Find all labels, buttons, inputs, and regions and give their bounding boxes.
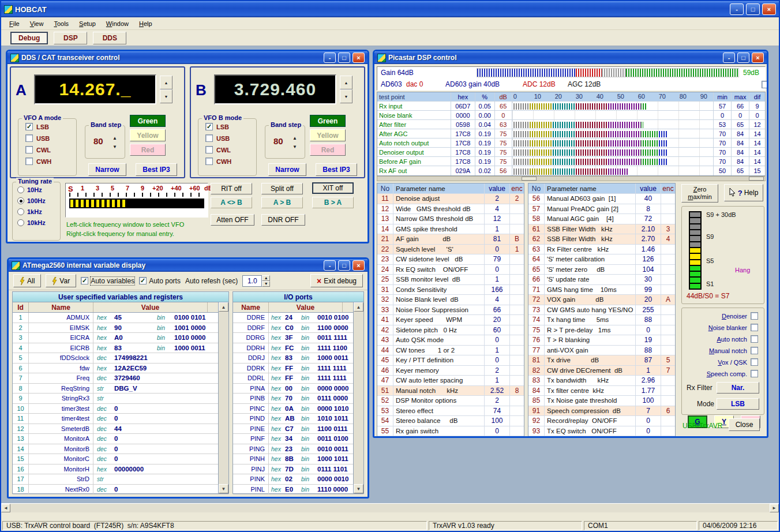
parameter-row[interactable]: 41Keyer speed WPM20 [377, 315, 524, 325]
down-arrow-icon[interactable]: ▼ [340, 89, 352, 103]
tuning-rate-1khz[interactable]: 1kHz [17, 208, 60, 215]
variables-scrollbar[interactable]: ▲ ▼ [218, 302, 228, 493]
red-button[interactable]: Red [130, 144, 166, 156]
ports-scrollbar[interactable]: ▲ ▼ [353, 302, 363, 493]
lsb-checkbox[interactable]: ✓ [205, 123, 213, 130]
scroll-up-icon[interactable]: ▲ [219, 302, 228, 312]
parameter-row[interactable]: 92Record/replay ON/OFF0 [528, 416, 675, 426]
menu-item-help[interactable]: Help [134, 19, 157, 28]
green-button[interactable]: Green [310, 115, 346, 127]
close-icon[interactable]: × [752, 53, 764, 63]
up-arrow-icon[interactable]: ▲ [111, 134, 119, 143]
green-button[interactable]: Green [130, 115, 166, 127]
mode-option-lsb[interactable]: ✓LSB [25, 123, 76, 130]
parameter-row[interactable]: 84Tx filter centre kHz1.77 [528, 386, 675, 396]
usb-checkbox[interactable] [205, 134, 213, 142]
parameter-row[interactable]: 54Stereo balance dB100 [377, 416, 524, 426]
parameter-row[interactable]: 62SSB Filter Width kHz2.704 [528, 234, 675, 245]
parameter-row[interactable]: 51Manual notch kHz2.528 [377, 386, 524, 396]
best-ip3-button-a[interactable]: Best IP3 [136, 163, 177, 176]
maximize-icon[interactable]: □ [746, 3, 760, 15]
refresh-interval-stepper[interactable]: 1.0 ▲ ▼ [242, 275, 270, 287]
close-icon[interactable]: × [762, 3, 776, 15]
narrow-button-a[interactable]: Narrow [88, 163, 126, 176]
option-checkbox[interactable] [751, 370, 758, 377]
option-speech-comp-[interactable]: Speech comp. [682, 370, 758, 377]
parameter-row[interactable]: 82CW drive DECrement dB17 [528, 366, 675, 376]
option-vox-qsk[interactable]: Vox / QSK [682, 358, 758, 366]
tuning-rate-10hz[interactable]: 10Hz [17, 186, 60, 193]
dds-toolbar-button[interactable]: DDS [93, 32, 126, 44]
menu-item-file[interactable]: File [5, 19, 24, 28]
parameter-row[interactable]: 25SSB monitor level dB1 [377, 275, 524, 285]
red-button[interactable]: Red [310, 144, 346, 156]
scroll-down-icon[interactable]: ▼ [219, 484, 228, 493]
parameter-row[interactable]: 55Rx gain switch0 [377, 426, 524, 437]
parameter-row[interactable]: 81Tx drive dB875 [528, 355, 675, 366]
scroll-down-icon[interactable]: ▼ [354, 484, 363, 493]
auto-ports-checkbox[interactable]: ✓ Auto ports [139, 277, 181, 285]
cwh-checkbox[interactable] [205, 158, 213, 165]
maximize-icon[interactable]: □ [338, 260, 350, 271]
mode-button[interactable]: LSB [717, 398, 759, 410]
parameter-row[interactable]: 12Wide GMS threshold dB4 [377, 204, 524, 215]
parameter-row[interactable]: 64'S' meter calibration126 [528, 254, 675, 265]
mode-option-cwl[interactable]: CWL [25, 146, 76, 153]
up-arrow-icon[interactable]: ▲ [340, 76, 352, 89]
parameter-row[interactable]: 14GMS spike threshold1 [377, 224, 524, 235]
parameter-row[interactable]: 72VOX gain dB20A [528, 295, 675, 305]
dsp-toolbar-button[interactable]: DSP [54, 32, 87, 44]
parameter-row[interactable]: 58Manual AGC gain [4]72 [528, 214, 675, 224]
option-checkbox[interactable] [751, 335, 758, 343]
down-arrow-icon[interactable]: ▼ [160, 89, 172, 103]
scroll-up-icon[interactable]: ▲ [354, 302, 363, 312]
parameter-row[interactable]: 77anti-VOX gain88 [528, 346, 675, 356]
mode-option-lsb[interactable]: ✓LSB [205, 123, 256, 130]
tuning-rate-10khz[interactable]: 10kHz [17, 219, 60, 226]
radio-icon[interactable] [17, 208, 24, 215]
parameter-row[interactable]: 83Tx bandwidth kHz2.96 [528, 376, 675, 386]
parameter-row[interactable]: 46Keyer memory2 [377, 366, 524, 376]
parameter-row[interactable]: 93Tx EQ switch ON/OFF0 [528, 426, 675, 437]
parameter-row[interactable]: 57Manual PreADC gain [2]8 [528, 204, 675, 215]
yellow-button[interactable]: Yellow [130, 129, 166, 141]
down-arrow-icon[interactable]: ▼ [262, 281, 270, 287]
lsb-checkbox[interactable]: ✓ [25, 123, 33, 130]
radio-icon[interactable] [17, 219, 24, 226]
parameter-row[interactable]: 44CW tones 1 or 21 [377, 346, 524, 356]
option-checkbox[interactable] [751, 347, 758, 354]
parameter-row[interactable]: 32Noise Blank level dB4 [377, 295, 524, 305]
menu-item-setup[interactable]: Setup [74, 19, 100, 28]
down-arrow-icon[interactable]: ▼ [291, 143, 299, 151]
zero-maxmin-button[interactable]: Zero max/min [681, 184, 718, 203]
parameter-row[interactable]: 73CW GMS auto hang YES/NO255 [528, 305, 675, 316]
parameter-row[interactable]: 31Condx Sensitivity166 [377, 285, 524, 295]
exit-debug-button[interactable]: × Exit debug [310, 274, 363, 287]
parameter-row[interactable]: 22Squelch level 'S'01 [377, 245, 524, 255]
option-checkbox[interactable] [751, 358, 758, 366]
parameter-row[interactable]: 47CW auto letter spacing1 [377, 376, 524, 386]
minimize-icon[interactable]: - [730, 3, 744, 15]
parameter-row[interactable]: 91Speech compression dB76 [528, 406, 675, 417]
best-ip3-button-b[interactable]: Best IP3 [316, 163, 357, 176]
minimize-icon[interactable]: - [324, 260, 336, 271]
mdi-horizontal-scrollbar[interactable]: ◄ ► [1, 503, 779, 512]
xit-button[interactable]: XIT off [312, 182, 354, 194]
down-arrow-icon[interactable]: ▼ [111, 143, 119, 151]
up-arrow-icon[interactable]: ▲ [160, 76, 172, 89]
cwl-checkbox[interactable] [25, 146, 33, 153]
up-arrow-icon[interactable]: ▲ [262, 275, 270, 281]
parameter-row[interactable]: 65'S' meter zero dB104 [528, 265, 675, 275]
vfo-a-frequency-display[interactable]: 14.267._ [34, 74, 156, 104]
lock-display-checkbox[interactable] [762, 81, 768, 88]
refresh-var-button[interactable]: Var [46, 274, 76, 287]
close-icon[interactable]: × [352, 53, 365, 63]
split-button[interactable]: Split off [261, 183, 303, 194]
parameter-row[interactable]: 71GMS hang time 10ms99 [528, 285, 675, 295]
atten-button[interactable]: Atten OFF [211, 214, 254, 226]
menu-item-window[interactable]: Window [102, 19, 133, 28]
yellow-button[interactable]: Yellow [310, 129, 346, 141]
refresh-all-button[interactable]: All [13, 274, 41, 287]
option-checkbox[interactable] [751, 312, 758, 320]
auto-variables-checkbox[interactable]: ✓ Auto variables [81, 277, 134, 285]
